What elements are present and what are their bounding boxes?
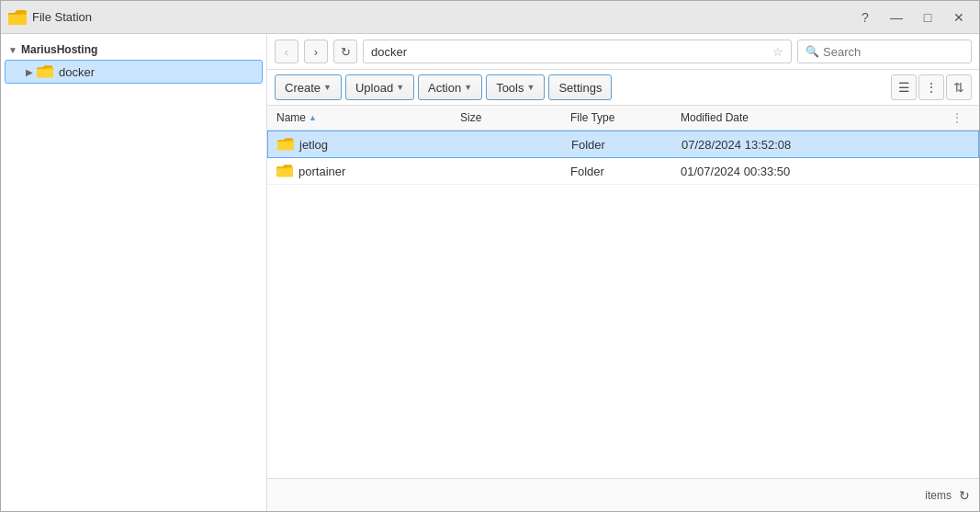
svg-rect-9 xyxy=(276,168,293,176)
favorite-star-icon[interactable]: ☆ xyxy=(772,45,783,59)
sidebar-folder-icon xyxy=(37,64,53,79)
file-list-header: Name ▲ Size File Type Modified Date ⋮ xyxy=(267,106,979,131)
create-button[interactable]: Create ▼ xyxy=(275,74,342,100)
table-row[interactable]: portainer Folder 01/07/2024 00:33:50 xyxy=(267,158,979,185)
upload-button-label: Upload xyxy=(355,81,393,95)
minimize-button[interactable]: — xyxy=(884,7,909,28)
file-folder-icon xyxy=(276,164,293,178)
items-label: items xyxy=(925,489,952,502)
sidebar-root-label[interactable]: ▼ MariusHosting xyxy=(1,40,266,60)
svg-rect-7 xyxy=(277,142,294,150)
search-input[interactable] xyxy=(823,45,963,59)
titlebar-folder-icon xyxy=(8,8,27,27)
sidebar-item-arrow-icon: ▶ xyxy=(26,67,33,77)
content-area: ‹ › ↻ docker ☆ 🔍 Create ▼ U xyxy=(267,34,979,511)
path-bar: docker ☆ xyxy=(363,40,792,63)
create-button-label: Create xyxy=(285,81,321,95)
file-name-cell: portainer xyxy=(276,164,460,178)
main-layout: ▼ MariusHosting ▶ docker ‹ › ↻ xyxy=(1,34,979,511)
file-list: Name ▲ Size File Type Modified Date ⋮ xyxy=(267,106,979,478)
upload-button[interactable]: Upload ▼ xyxy=(345,74,414,100)
svg-rect-5 xyxy=(37,69,53,77)
list-view-button[interactable]: ☰ xyxy=(891,74,917,100)
settings-button[interactable]: Settings xyxy=(548,74,612,100)
statusbar: items ↻ xyxy=(267,478,979,511)
file-name-cell: jetlog xyxy=(277,137,461,152)
file-type-cell: Folder xyxy=(570,165,681,178)
view-buttons: ☰ ⋮ ⇅ xyxy=(891,74,972,100)
help-button[interactable]: ? xyxy=(852,7,878,28)
action-button[interactable]: Action ▼ xyxy=(418,74,482,100)
upload-dropdown-icon: ▼ xyxy=(396,83,404,92)
file-modified-cell: 07/28/2024 13:52:08 xyxy=(681,138,969,152)
column-name[interactable]: Name ▲ xyxy=(276,111,460,124)
settings-button-label: Settings xyxy=(558,81,602,95)
sidebar: ▼ MariusHosting ▶ docker xyxy=(1,34,267,511)
file-station-window: File Station ? — □ ✕ ▼ MariusHosting ▶ d… xyxy=(0,0,980,512)
create-dropdown-icon: ▼ xyxy=(323,83,332,92)
refresh-button[interactable]: ↻ xyxy=(333,40,357,63)
back-button[interactable]: ‹ xyxy=(275,40,299,63)
titlebar-controls: ? — □ ✕ xyxy=(852,7,972,28)
file-name-text: jetlog xyxy=(299,138,328,152)
search-icon: 🔍 xyxy=(805,45,819,58)
file-folder-icon xyxy=(277,137,294,152)
file-name-text: portainer xyxy=(299,165,345,178)
view-options-button[interactable]: ⋮ xyxy=(918,74,944,100)
file-type-cell: Folder xyxy=(571,138,681,152)
forward-button[interactable]: › xyxy=(304,40,328,63)
column-filetype[interactable]: File Type xyxy=(570,111,681,124)
sidebar-root-text: MariusHosting xyxy=(21,43,97,56)
sort-arrow-icon: ▲ xyxy=(309,113,317,122)
svg-rect-3 xyxy=(8,15,27,25)
toolbar-actions: Create ▼ Upload ▼ Action ▼ Tools ▼ Setti… xyxy=(267,70,979,106)
tools-button-label: Tools xyxy=(496,81,524,95)
search-box[interactable]: 🔍 xyxy=(797,40,972,63)
tools-button[interactable]: Tools ▼ xyxy=(486,74,545,100)
sort-button[interactable]: ⇅ xyxy=(946,74,972,100)
column-menu-icon[interactable]: ⋮ xyxy=(952,111,970,124)
titlebar: File Station ? — □ ✕ xyxy=(1,1,979,34)
statusbar-refresh-button[interactable]: ↻ xyxy=(959,488,970,503)
action-dropdown-icon: ▼ xyxy=(464,83,472,92)
tools-dropdown-icon: ▼ xyxy=(527,83,535,92)
sidebar-item-label: docker xyxy=(59,65,95,79)
toolbar-top: ‹ › ↻ docker ☆ 🔍 xyxy=(267,34,979,70)
column-size[interactable]: Size xyxy=(460,111,570,124)
action-button-label: Action xyxy=(428,81,461,95)
table-row[interactable]: jetlog Folder 07/28/2024 13:52:08 xyxy=(267,131,979,158)
file-modified-cell: 01/07/2024 00:33:50 xyxy=(681,165,970,178)
maximize-button[interactable]: □ xyxy=(915,7,941,28)
close-button[interactable]: ✕ xyxy=(946,7,972,28)
sidebar-item-docker[interactable]: ▶ docker xyxy=(5,60,263,84)
path-text: docker xyxy=(371,45,772,59)
titlebar-title: File Station xyxy=(32,10,852,24)
collapse-triangle-icon: ▼ xyxy=(8,45,17,55)
column-modified[interactable]: Modified Date xyxy=(681,111,952,124)
